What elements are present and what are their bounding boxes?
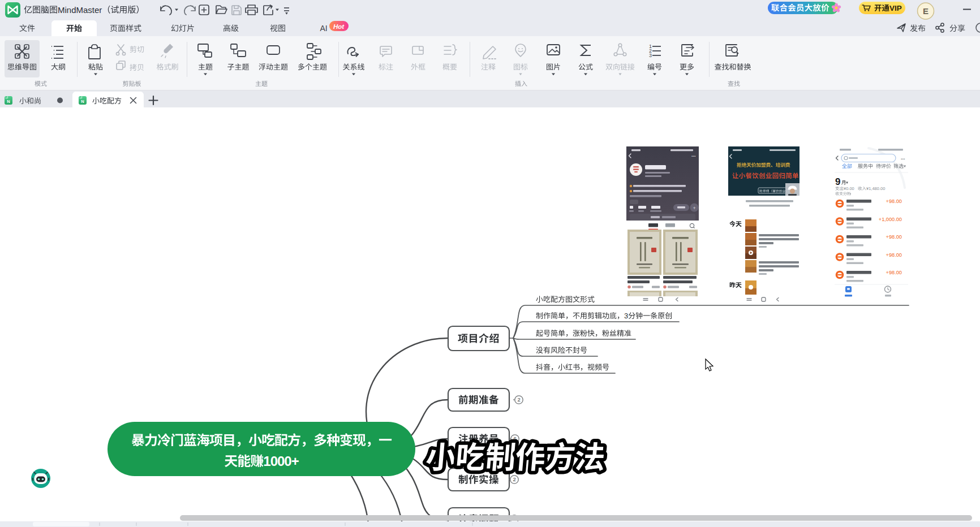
svg-text:¥0.00: ¥0.00 [844, 186, 854, 191]
svg-text:1000+: 1000+ [263, 453, 299, 469]
svg-text:AI: AI [320, 24, 327, 33]
svg-text:...: ... [901, 155, 905, 161]
svg-text:MindMaster: MindMaster [58, 5, 102, 15]
svg-text:+98.00: +98.00 [886, 252, 902, 258]
svg-text:+: + [693, 205, 695, 211]
svg-text:9: 9 [835, 176, 840, 187]
svg-text:E: E [923, 6, 929, 16]
svg-text:VIP: VIP [889, 4, 902, 12]
svg-text:2: 2 [513, 476, 515, 482]
svg-text:N: N [81, 99, 84, 104]
svg-text:2: 2 [517, 396, 520, 403]
svg-text:+98.00: +98.00 [886, 270, 902, 275]
svg-text:N: N [7, 99, 10, 104]
svg-text:...: ... [691, 152, 696, 158]
svg-text:+1,000.00: +1,000.00 [879, 217, 902, 222]
svg-text:Hot: Hot [333, 23, 345, 30]
svg-text:3: 3 [624, 312, 628, 320]
svg-text:+98.00: +98.00 [886, 234, 902, 240]
svg-text:+98.00: +98.00 [886, 198, 902, 204]
svg-text:3: 3 [649, 53, 652, 58]
svg-text:¥1,480.00: ¥1,480.00 [866, 186, 885, 191]
